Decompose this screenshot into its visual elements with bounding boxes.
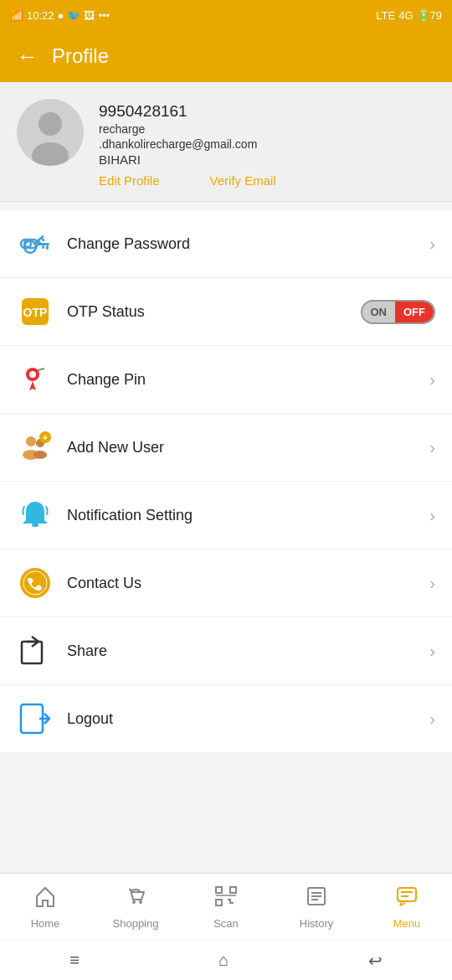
chevron-icon: ›	[429, 438, 435, 457]
svg-rect-7	[42, 245, 44, 249]
svg-text:OTP: OTP	[23, 306, 48, 319]
svg-line-17	[38, 369, 44, 370]
svg-point-1	[39, 112, 62, 136]
otp-on-label: ON	[362, 302, 396, 322]
menu-item-logout[interactable]: Logout ›	[0, 685, 452, 753]
svg-text:+: +	[43, 432, 48, 442]
nav-shopping[interactable]: Shopping	[90, 885, 181, 930]
edit-profile-button[interactable]: Edit Profile	[99, 173, 160, 188]
chevron-icon: ›	[429, 709, 435, 729]
profile-email-line2: .dhankolirecharge@gmail.com	[99, 137, 435, 151]
page-title: Profile	[52, 44, 109, 68]
dot-icon: ●	[58, 9, 64, 22]
pin-icon	[17, 361, 54, 398]
change-pin-label: Change Pin	[67, 371, 429, 389]
verify-email-button[interactable]: Verify Email	[210, 173, 276, 188]
svg-point-26	[23, 571, 47, 595]
history-label: History	[300, 917, 333, 930]
scan-icon	[213, 885, 239, 914]
key-icon	[17, 225, 54, 262]
android-menu-button[interactable]: ≡	[69, 951, 80, 970]
chevron-icon: ›	[429, 370, 435, 389]
change-password-label: Change Password	[67, 235, 429, 253]
bottom-nav: Home Shopping Scan	[0, 873, 452, 940]
share-label: Share	[67, 642, 429, 660]
status-time: 10:22	[27, 9, 54, 22]
home-label: Home	[31, 917, 60, 930]
shopping-label: Shopping	[113, 917, 159, 930]
profile-email-line1: recharge	[99, 122, 435, 136]
menu-item-change-password[interactable]: Change Password ›	[0, 210, 452, 278]
status-left: 📶 10:22 ● 🐦 🖼 •••	[10, 9, 110, 22]
svg-rect-6	[46, 245, 49, 250]
image-icon: 🖼	[84, 9, 95, 22]
profile-section: 9950428161 recharge .dhankolirecharge@gm…	[0, 82, 452, 202]
svg-point-18	[26, 436, 36, 446]
svg-rect-27	[22, 642, 42, 663]
svg-point-32	[139, 900, 142, 904]
scan-label: Scan	[213, 917, 239, 930]
svg-point-15	[29, 371, 36, 378]
otp-status-label: OTP Status	[67, 303, 361, 321]
chevron-icon: ›	[429, 506, 435, 525]
profile-actions: Edit Profile Verify Email	[99, 173, 435, 188]
menu-item-otp-status[interactable]: OTP OTP Status ON OFF	[0, 278, 452, 346]
svg-rect-41	[398, 888, 416, 901]
contact-icon	[17, 565, 54, 601]
signal-icon: 📶	[10, 9, 23, 22]
dots-icon: •••	[98, 9, 110, 22]
menu-chat-icon	[395, 885, 419, 914]
chevron-icon: ›	[429, 235, 435, 254]
menu-item-change-pin[interactable]: Change Pin ›	[0, 346, 452, 414]
android-nav-bar: ≡ ⌂ ↩	[0, 940, 452, 980]
svg-rect-33	[216, 887, 222, 893]
twitter-icon: 🐦	[67, 9, 80, 22]
lte-icon: LTE	[376, 9, 395, 22]
back-button[interactable]: ←	[17, 44, 39, 70]
notification-setting-label: Notification Setting	[67, 507, 429, 524]
menu-item-contact-us[interactable]: Contact Us ›	[0, 549, 452, 617]
svg-point-21	[33, 451, 47, 459]
menu-item-add-new-user[interactable]: + Add New User ›	[0, 414, 452, 482]
profile-info: 9950428161 recharge .dhankolirecharge@gm…	[99, 99, 435, 188]
profile-name: BIHARI	[99, 152, 435, 167]
menu-item-notification-setting[interactable]: Notification Setting ›	[0, 482, 452, 549]
status-bar: 📶 10:22 ● 🐦 🖼 ••• LTE 4G 🔋79	[0, 0, 452, 30]
nav-history[interactable]: History	[271, 885, 362, 930]
add-new-user-label: Add New User	[67, 439, 429, 456]
shopping-icon	[124, 885, 147, 914]
menu-label: Menu	[393, 917, 421, 930]
logout-icon	[17, 700, 54, 737]
contact-us-label: Contact Us	[67, 575, 429, 592]
share-icon	[17, 632, 54, 669]
profile-phone: 9950428161	[99, 102, 435, 121]
svg-rect-35	[216, 900, 222, 905]
status-right: LTE 4G 🔋79	[376, 9, 442, 22]
chevron-icon: ›	[429, 642, 435, 661]
chevron-icon: ›	[429, 574, 435, 593]
svg-rect-24	[32, 524, 39, 527]
otp-off-label: OFF	[395, 302, 434, 322]
4g-icon: 4G	[398, 9, 413, 22]
bell-icon	[17, 497, 54, 534]
menu-item-share[interactable]: Share ›	[0, 617, 452, 685]
history-icon	[305, 885, 328, 914]
users-icon: +	[17, 429, 54, 466]
svg-point-31	[132, 900, 136, 904]
menu-list: Change Password › OTP OTP Status ON OFF …	[0, 210, 452, 753]
otp-icon: OTP	[17, 293, 54, 330]
otp-toggle[interactable]: ON OFF	[361, 300, 436, 324]
home-icon	[33, 885, 57, 914]
avatar	[17, 99, 84, 166]
battery-icon: 🔋79	[417, 9, 442, 22]
android-back-button[interactable]: ↩	[368, 951, 383, 971]
logout-label: Logout	[67, 710, 429, 728]
android-home-button[interactable]: ⌂	[218, 951, 229, 970]
header: ← Profile	[0, 30, 452, 82]
svg-rect-34	[230, 887, 236, 893]
nav-menu[interactable]: Menu	[362, 885, 452, 930]
nav-scan[interactable]: Scan	[181, 885, 271, 930]
svg-marker-16	[29, 381, 36, 390]
nav-home[interactable]: Home	[0, 885, 90, 930]
